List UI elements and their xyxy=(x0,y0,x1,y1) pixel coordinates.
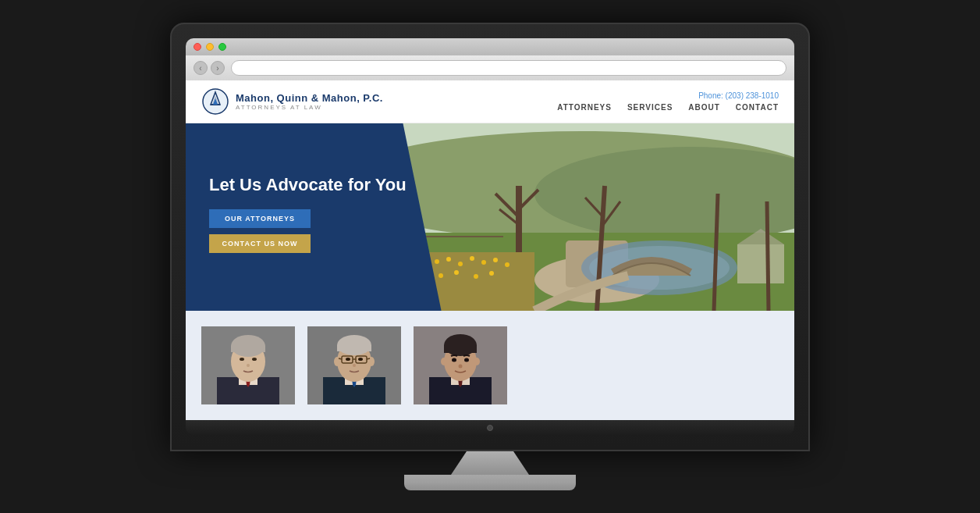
back-button[interactable]: ‹ xyxy=(194,61,208,75)
address-bar[interactable] xyxy=(231,60,786,76)
logo-area: Mahon, Quinn & Mahon, P.C. Attorneys At … xyxy=(201,87,383,116)
attorney-card-2[interactable] xyxy=(307,326,401,404)
svg-point-52 xyxy=(240,358,244,361)
svg-point-26 xyxy=(435,259,439,264)
browser-screen: Mahon, Quinn & Mahon, P.C. Attorneys At … xyxy=(186,80,794,420)
svg-rect-61 xyxy=(337,345,371,351)
browser-chrome: ‹ › xyxy=(186,55,794,80)
svg-point-28 xyxy=(458,262,463,266)
attorneys-section xyxy=(186,311,794,420)
our-attorneys-button[interactable]: OUR ATTORNEYS xyxy=(209,209,311,228)
svg-rect-41 xyxy=(737,244,784,283)
svg-point-30 xyxy=(481,260,486,265)
svg-point-53 xyxy=(252,358,257,361)
svg-rect-51 xyxy=(231,346,265,352)
svg-point-71 xyxy=(353,364,356,367)
traffic-light-red[interactable] xyxy=(194,43,201,51)
monitor-stand-base xyxy=(404,475,576,490)
firm-name: Mahon, Quinn & Mahon, P.C. xyxy=(236,92,383,104)
svg-line-70 xyxy=(367,358,370,359)
svg-point-32 xyxy=(505,262,510,267)
monitor-stand-neck xyxy=(451,451,529,475)
traffic-light-green[interactable] xyxy=(218,43,226,51)
svg-point-36 xyxy=(439,273,443,278)
svg-point-37 xyxy=(454,270,459,275)
svg-point-38 xyxy=(474,274,478,279)
svg-point-39 xyxy=(489,271,494,276)
svg-point-79 xyxy=(441,358,447,365)
nav-services[interactable]: SERVICES xyxy=(627,103,673,112)
svg-point-64 xyxy=(346,358,350,361)
svg-point-83 xyxy=(459,365,463,369)
attorney-photo-3 xyxy=(414,326,507,404)
monitor-body: ‹ › Mahon, Quinn xyxy=(170,23,810,451)
monitor-power-button[interactable] xyxy=(487,425,493,431)
svg-point-65 xyxy=(358,358,363,361)
monitor-wrapper: ‹ › Mahon, Quinn xyxy=(170,23,810,490)
attorney-photo-2 xyxy=(307,326,401,404)
hero-overlay: Let Us Advocate for You OUR ATTORNEYS CO… xyxy=(186,123,442,311)
nav-about[interactable]: ABOUT xyxy=(688,103,720,112)
traffic-light-yellow[interactable] xyxy=(206,43,214,51)
svg-point-81 xyxy=(452,358,456,362)
nav-menu: ATTORNEYS SERVICES ABOUT CONTACT xyxy=(557,103,779,112)
svg-point-31 xyxy=(493,258,498,262)
website-header: Mahon, Quinn & Mahon, P.C. Attorneys At … xyxy=(186,80,794,123)
contact-us-button[interactable]: CONTACT US NOW xyxy=(209,234,311,253)
svg-point-82 xyxy=(464,358,469,362)
svg-point-80 xyxy=(474,358,480,365)
monitor-chin xyxy=(186,420,794,436)
phone-number: Phone: (203) 238-1010 xyxy=(698,91,779,100)
nav-contact[interactable]: CONTACT xyxy=(736,103,779,112)
attorney-card-1[interactable] xyxy=(201,326,295,404)
svg-point-54 xyxy=(247,364,250,367)
forward-button[interactable]: › xyxy=(211,61,225,75)
hero-section: Let Us Advocate for You OUR ATTORNEYS CO… xyxy=(186,123,794,311)
firm-tagline: Attorneys At Law xyxy=(236,104,383,111)
nav-attorneys[interactable]: ATTORNEYS xyxy=(557,103,612,112)
svg-line-69 xyxy=(339,358,342,359)
svg-line-44 xyxy=(767,201,769,311)
svg-rect-78 xyxy=(444,345,477,353)
svg-point-29 xyxy=(470,256,474,261)
attorney-card-3[interactable] xyxy=(414,326,507,404)
browser-nav-buttons: ‹ › xyxy=(194,61,225,75)
logo-text-area: Mahon, Quinn & Mahon, P.C. Attorneys At … xyxy=(236,92,383,111)
attorney-photo-1 xyxy=(201,326,295,404)
svg-point-27 xyxy=(446,257,451,262)
header-right: Phone: (203) 238-1010 ATTORNEYS SERVICES… xyxy=(557,91,779,112)
hero-headline: Let Us Advocate for You xyxy=(209,175,426,195)
monitor-top-bar xyxy=(186,38,794,55)
logo-icon xyxy=(201,87,229,116)
